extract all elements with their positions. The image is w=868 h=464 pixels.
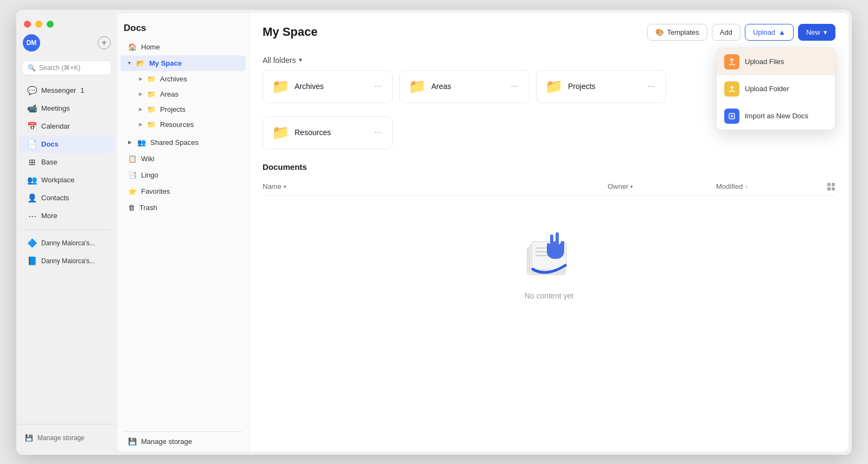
- documents-header: Documents: [263, 162, 835, 178]
- chevron-right-icon: ▶: [139, 76, 143, 81]
- upload-folder-item[interactable]: Upload Folder: [717, 75, 835, 103]
- sidebar-workspace-1[interactable]: 🔷 Danny Maiorca's...: [20, 234, 114, 252]
- lingo-icon: 📑: [128, 171, 137, 179]
- folder-more-button[interactable]: ···: [646, 80, 657, 92]
- folder-icon: 📁: [272, 124, 289, 141]
- col-view-toggle[interactable]: [814, 182, 835, 191]
- docs-archives[interactable]: ▶ 📁 Archives: [120, 72, 246, 86]
- folder-icon: 📁: [147, 90, 156, 98]
- search-placeholder: Search (⌘+K): [39, 64, 80, 72]
- folder-more-button[interactable]: ···: [509, 80, 520, 92]
- folder-name: Resources: [295, 128, 367, 137]
- folder-name: Projects: [568, 82, 640, 91]
- manage-storage-button[interactable]: 💾 Manage storage: [23, 430, 111, 446]
- import-docs-item[interactable]: Import as New Docs: [717, 103, 835, 130]
- folder-projects[interactable]: 📁 Projects ···: [536, 70, 666, 103]
- import-docs-label: Import as New Docs: [745, 112, 808, 120]
- sidebar-workspace-2[interactable]: 📘 Danny Maiorca's...: [20, 252, 114, 270]
- folder-more-button[interactable]: ···: [372, 126, 384, 138]
- sort-arrow-icon: ↓: [745, 183, 748, 189]
- col-owner[interactable]: Owner ▾: [608, 182, 716, 190]
- sidebar-item-label: Docs: [41, 140, 59, 148]
- sidebar-item-label: Calendar: [41, 122, 70, 130]
- folder-more-button[interactable]: ···: [372, 80, 384, 92]
- col-modified[interactable]: Modified ↓: [716, 182, 814, 190]
- nav-label: Areas: [160, 90, 178, 98]
- col-name[interactable]: Name ▾: [263, 182, 608, 190]
- sidebar-item-docs[interactable]: 📄 Docs: [20, 136, 114, 153]
- content-area: My Space 🎨 Templates Add Upload ▲: [250, 13, 848, 452]
- new-button[interactable]: New ▾: [798, 24, 835, 41]
- folder-archives[interactable]: 📁 Archives ···: [263, 70, 393, 103]
- docs-resources[interactable]: ▶ 📁 Resources: [120, 117, 246, 132]
- docs-my-space[interactable]: ▾ 📂 My Space: [120, 55, 246, 71]
- templates-button[interactable]: 🎨 Templates: [647, 24, 707, 41]
- chevron-right-icon: ▶: [139, 106, 143, 112]
- favorites-icon: ⭐: [128, 187, 137, 195]
- minimize-button[interactable]: [35, 21, 42, 28]
- svg-rect-3: [827, 187, 831, 190]
- sidebar-item-more[interactable]: ⋯ More: [20, 207, 114, 225]
- page-title: My Space: [263, 25, 318, 39]
- docs-trash[interactable]: 🗑 Trash: [120, 200, 246, 215]
- add-button[interactable]: Add: [712, 24, 741, 41]
- maximize-button[interactable]: [47, 21, 54, 28]
- docs-manage-storage[interactable]: 💾 Manage storage: [120, 432, 246, 451]
- nav-label: Trash: [139, 204, 157, 212]
- folder-icon: 📁: [147, 75, 156, 83]
- workspace-icon-2: 📘: [27, 256, 37, 266]
- app-window: DM + 🔍 Search (⌘+K) 💬 Messenger 1 📹 Meet…: [16, 10, 852, 455]
- upload-button[interactable]: Upload ▲: [745, 24, 794, 41]
- sidebar-header: DM +: [16, 34, 117, 60]
- upload-folder-icon: [724, 81, 739, 97]
- docs-projects[interactable]: ▶ 📁 Projects: [120, 102, 246, 117]
- name-header-label: Name: [263, 182, 282, 190]
- owner-header-label: Owner: [608, 182, 628, 190]
- sidebar-item-messenger[interactable]: 💬 Messenger 1: [20, 82, 114, 99]
- docs-home[interactable]: 🏠 Home: [120, 39, 246, 55]
- workspace-label: Danny Maiorca's...: [41, 239, 95, 247]
- calendar-icon: 📅: [27, 122, 37, 131]
- empty-state-text: No content yet: [525, 291, 573, 300]
- templates-label: Templates: [667, 28, 699, 36]
- folder-icon: 📁: [272, 78, 289, 95]
- nav-label: Lingo: [141, 171, 158, 179]
- import-docs-icon: [724, 109, 739, 124]
- upload-dropdown: Upload Files Upload Folder: [716, 48, 835, 130]
- table-header: Name ▾ Owner ▾ Modified ↓: [263, 178, 835, 196]
- sidebar-item-meetings[interactable]: 📹 Meetings: [20, 100, 114, 117]
- sidebar-item-label: Contacts: [41, 194, 69, 202]
- upload-files-icon: [724, 54, 739, 69]
- docs-lingo[interactable]: 📑 Lingo: [120, 167, 246, 183]
- workplace-icon: 👥: [27, 175, 37, 185]
- nav-label: Home: [141, 43, 160, 51]
- folder-icon: 📂: [136, 59, 145, 67]
- folder-icon: 📁: [147, 120, 156, 129]
- folder-resources[interactable]: 📁 Resources ···: [263, 116, 393, 149]
- avatar[interactable]: DM: [23, 34, 40, 52]
- messenger-badge: 1: [80, 86, 84, 94]
- close-button[interactable]: [24, 21, 31, 28]
- upload-files-label: Upload Files: [745, 58, 784, 66]
- add-workspace-button[interactable]: +: [98, 36, 111, 49]
- upload-files-item[interactable]: Upload Files: [717, 48, 835, 75]
- folder-areas[interactable]: 📁 Areas ···: [399, 70, 529, 103]
- sidebar-item-base[interactable]: ⊞ Base: [20, 154, 114, 171]
- grid-view-icon: [827, 182, 835, 191]
- meetings-icon: 📹: [27, 104, 37, 113]
- sidebar-item-calendar[interactable]: 📅 Calendar: [20, 118, 114, 135]
- docs-shared-spaces[interactable]: ▶ 👥 Shared Spaces: [120, 135, 246, 150]
- sort-icon: ▾: [284, 184, 286, 189]
- docs-favorites[interactable]: ⭐ Favorites: [120, 183, 246, 199]
- sidebar-item-workplace[interactable]: 👥 Workplace: [20, 171, 114, 189]
- search-bar[interactable]: 🔍 Search (⌘+K): [22, 60, 112, 75]
- upload-label: Upload: [753, 28, 775, 36]
- home-icon: 🏠: [128, 43, 137, 51]
- docs-areas[interactable]: ▶ 📁 Areas: [120, 87, 246, 101]
- sidebar-item-contacts[interactable]: 👤 Contacts: [20, 189, 114, 207]
- chevron-down-icon: ▾: [128, 60, 131, 66]
- nav-label: Favorites: [141, 187, 170, 195]
- docs-wiki[interactable]: 📋 Wiki: [120, 151, 246, 167]
- workspace-label: Danny Maiorca's...: [41, 257, 95, 265]
- sidebar-item-label: Workplace: [41, 176, 74, 184]
